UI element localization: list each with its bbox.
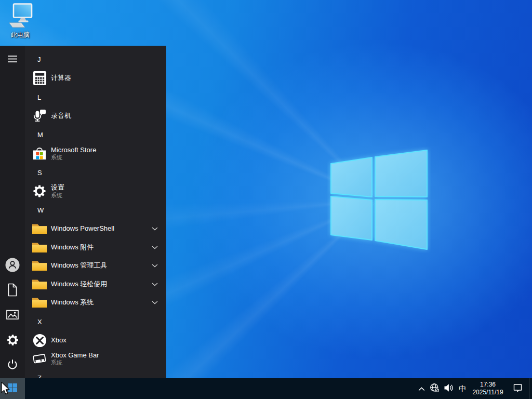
chevron-down-icon[interactable] (149, 246, 161, 249)
folder-icon (31, 239, 48, 256)
action-center-icon (513, 383, 523, 395)
document-icon (7, 283, 18, 299)
app-item-text: Windows 管理工具 (51, 262, 107, 270)
taskbar: 中 17:36 2025/11/19 (0, 378, 532, 399)
app-item[interactable]: 设置系统 (25, 182, 166, 201)
clock-time: 17:36 (480, 381, 496, 389)
documents-button[interactable] (0, 278, 25, 303)
app-item-text: Xbox (51, 337, 66, 344)
this-pc-label: 此电脑 (11, 32, 30, 38)
app-item-label: Xbox Game Bar (51, 352, 99, 360)
taskbar-clock[interactable]: 17:36 2025/11/19 (470, 378, 506, 399)
gear-icon (6, 334, 19, 349)
app-item-label: 设置 (51, 184, 64, 192)
app-item[interactable]: Microsoft Store系统 (25, 144, 166, 163)
chevron-down-icon[interactable] (149, 264, 161, 268)
app-item[interactable]: Xbox (25, 331, 166, 350)
app-item-sublabel: 系统 (51, 154, 96, 161)
network-tray-button[interactable] (428, 378, 442, 399)
app-item-label: Windows 附件 (51, 244, 94, 251)
store-icon (31, 145, 48, 162)
user-icon (5, 257, 20, 275)
app-item-label: Windows 管理工具 (51, 262, 107, 270)
clock-date: 2025/11/19 (472, 389, 503, 396)
desktop: 此电脑 (0, 0, 532, 399)
app-item[interactable]: 计算器 (25, 69, 166, 88)
taskbar-empty-area (25, 378, 415, 399)
chevron-down-icon[interactable] (149, 227, 161, 231)
this-pc-icon (7, 3, 33, 31)
gear-icon (31, 183, 48, 200)
app-item[interactable]: Windows 管理工具 (25, 257, 166, 275)
xbox-icon (31, 332, 48, 349)
microphone-icon (31, 108, 48, 124)
section-header-M[interactable]: M (25, 125, 166, 144)
start-app-list: J计算器L录音机MMicrosoft Store系统S设置系统WWindows … (25, 46, 166, 378)
system-tray: 中 17:36 2025/11/19 (415, 378, 532, 399)
speaker-icon (444, 383, 454, 394)
hamburger-icon (8, 56, 17, 65)
show-desktop-button[interactable] (529, 378, 532, 399)
pictures-button[interactable] (0, 303, 25, 328)
app-item-label: 录音机 (51, 112, 71, 120)
ime-indicator[interactable]: 中 (456, 378, 470, 399)
app-item-text: Xbox Game Bar系统 (51, 352, 99, 366)
windows-wallpaper-logo (327, 147, 431, 253)
app-item-label: Windows 轻松使用 (51, 281, 107, 288)
settings-button[interactable] (0, 328, 25, 353)
app-item-text: Microsoft Store系统 (51, 147, 96, 161)
menu-expand-button[interactable] (0, 48, 25, 73)
app-item-label: Microsoft Store (51, 147, 96, 154)
app-item[interactable]: Xbox Game Bar系统 (25, 350, 166, 368)
chevron-down-icon[interactable] (149, 283, 161, 286)
folder-icon (31, 258, 48, 274)
start-menu-rail (0, 46, 25, 378)
chevron-up-icon (418, 384, 425, 393)
gamebar-icon (31, 351, 48, 367)
section-header-L[interactable]: L (25, 88, 166, 107)
app-item-text: Windows 轻松使用 (51, 281, 107, 288)
pictures-icon (6, 310, 19, 322)
section-header-Z[interactable]: Z (25, 368, 166, 379)
mouse-cursor (1, 382, 10, 397)
power-button[interactable] (0, 353, 25, 378)
user-account-button[interactable] (0, 254, 25, 278)
app-item-label: Windows 系统 (51, 299, 94, 307)
app-item-text: Windows 附件 (51, 244, 94, 251)
app-item-label: 计算器 (51, 74, 71, 82)
app-item-text: Windows PowerShell (51, 225, 114, 233)
volume-tray-button[interactable] (442, 378, 456, 399)
folder-icon (31, 276, 48, 292)
section-header-W[interactable]: W (25, 201, 166, 220)
section-header-J[interactable]: J (25, 50, 166, 69)
desktop-icon-this-pc[interactable]: 此电脑 (3, 3, 38, 38)
app-item-sublabel: 系统 (51, 192, 64, 198)
calculator-icon (31, 70, 48, 87)
app-item[interactable]: 录音机 (25, 107, 166, 126)
start-menu: J计算器L录音机MMicrosoft Store系统S设置系统WWindows … (0, 46, 166, 378)
section-header-X[interactable]: X (25, 312, 166, 331)
app-item-text: Windows 系统 (51, 299, 94, 307)
app-item[interactable]: Windows 系统 (25, 294, 166, 312)
app-item-label: Xbox (51, 337, 66, 344)
app-item-sublabel: 系统 (51, 360, 99, 366)
app-item-label: Windows PowerShell (51, 225, 114, 233)
folder-icon (31, 221, 48, 237)
folder-icon (31, 295, 48, 311)
app-item[interactable]: Windows PowerShell (25, 220, 166, 238)
power-icon (6, 358, 19, 374)
app-item-text: 录音机 (51, 112, 71, 120)
globe-no-internet-icon (430, 383, 440, 395)
section-header-S[interactable]: S (25, 163, 166, 182)
app-item[interactable]: Windows 附件 (25, 238, 166, 257)
chevron-down-icon[interactable] (149, 301, 161, 304)
app-item-text: 计算器 (51, 74, 71, 82)
action-center-button[interactable] (506, 378, 529, 399)
hidden-icons-button[interactable] (415, 378, 428, 399)
app-item-text: 设置系统 (51, 184, 64, 198)
app-item[interactable]: Windows 轻松使用 (25, 275, 166, 294)
